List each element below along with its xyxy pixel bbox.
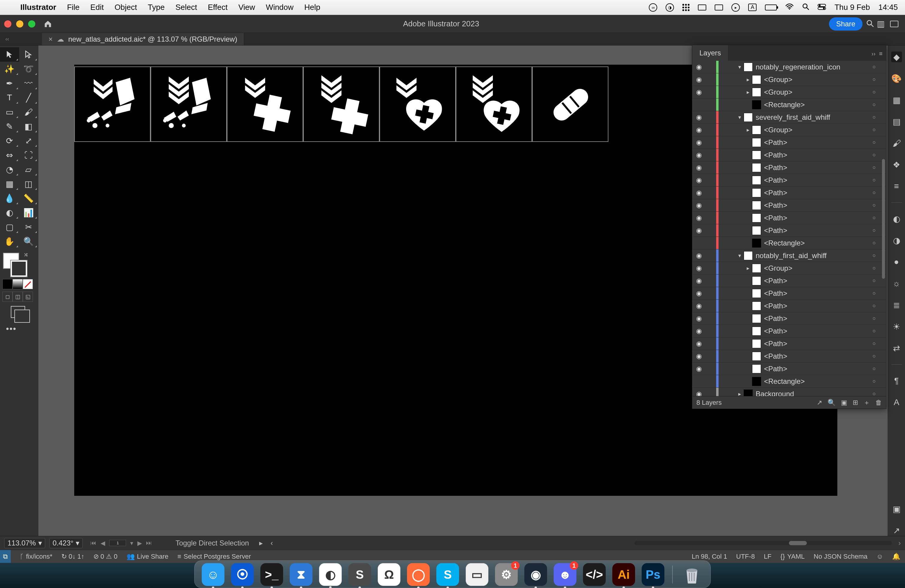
target-icon[interactable]: ○: [868, 328, 880, 334]
layer-name[interactable]: <Group>: [764, 75, 868, 84]
layer-thumbnail[interactable]: [752, 126, 761, 134]
target-icon[interactable]: ○: [868, 240, 880, 246]
dock-app-chrome[interactable]: ◐: [319, 563, 342, 586]
layer-thumbnail[interactable]: [752, 226, 761, 235]
layer-clip-icon[interactable]: ▣: [841, 399, 847, 407]
visibility-toggle-icon[interactable]: ◉: [692, 214, 705, 222]
menu-type[interactable]: Type: [148, 3, 165, 12]
layer-row[interactable]: ◉<Path>○: [692, 350, 886, 362]
visibility-toggle-icon[interactable]: ◉: [692, 277, 705, 285]
chevron-down-icon[interactable]: ▾: [129, 539, 134, 547]
scroll-right-icon[interactable]: ›: [899, 539, 901, 547]
zoom-level[interactable]: 113.07%▾: [4, 538, 45, 548]
layer-name[interactable]: severely_first_aid_whiff: [756, 113, 868, 122]
menubar-app-name[interactable]: Illustrator: [21, 3, 56, 12]
home-icon[interactable]: [43, 19, 53, 29]
layer-thumbnail[interactable]: [752, 352, 761, 361]
visibility-toggle-icon[interactable]: ◉: [692, 202, 705, 209]
layer-name[interactable]: <Path>: [764, 164, 868, 172]
paragraph-panel-icon[interactable]: ¶: [891, 375, 902, 386]
visibility-toggle-icon[interactable]: ◉: [692, 340, 705, 348]
brushes-panel-icon[interactable]: 🖌: [891, 138, 902, 148]
display-icon[interactable]: [698, 5, 706, 11]
color-none[interactable]: [23, 279, 33, 289]
color-solid[interactable]: [2, 279, 13, 289]
dock-app-illustrator[interactable]: Ai: [612, 563, 635, 586]
pen-tool[interactable]: ✒: [0, 76, 19, 91]
visibility-toggle-icon[interactable]: ◉: [692, 113, 705, 121]
tab-strip-handle[interactable]: ‹‹: [2, 33, 12, 45]
layer-thumbnail[interactable]: [752, 151, 761, 160]
stroke-panel-icon[interactable]: ≡: [891, 181, 902, 192]
target-icon[interactable]: ○: [868, 353, 880, 359]
feedback-icon[interactable]: ☺: [876, 553, 883, 561]
layer-thumbnail[interactable]: [752, 88, 761, 97]
artboard-tool[interactable]: ▢: [0, 220, 19, 234]
layers-panel[interactable]: Layers ››≡ ◉▾notably_regeneration_icon○◉…: [692, 45, 886, 409]
dock-app-mongodb[interactable]: Ω: [378, 563, 400, 586]
layers-scrollbar-thumb[interactable]: [882, 159, 885, 279]
target-icon[interactable]: ○: [868, 278, 880, 284]
layer-new-icon[interactable]: ＋: [864, 398, 870, 407]
menu-view[interactable]: View: [238, 3, 255, 12]
layer-row[interactable]: ◉▸<Group>○: [692, 124, 886, 136]
layer-name[interactable]: <Group>: [764, 264, 868, 272]
rotate-tool[interactable]: ⟳: [0, 133, 19, 148]
layer-name[interactable]: <Rectangle>: [764, 100, 868, 109]
layer-name[interactable]: <Group>: [764, 88, 868, 96]
bento-icon[interactable]: [682, 4, 689, 11]
draw-inside[interactable]: ◱: [23, 292, 33, 302]
nav-prev-icon[interactable]: ◀: [99, 539, 106, 547]
artwork-cell-1[interactable]: [74, 67, 151, 142]
remote-indicator[interactable]: ⧉: [0, 550, 11, 563]
layer-thumbnail[interactable]: [752, 238, 761, 248]
visibility-toggle-icon[interactable]: ◉: [692, 126, 705, 134]
layer-name[interactable]: <Path>: [764, 352, 868, 361]
status-circle-icon[interactable]: ◑: [665, 3, 674, 12]
dock-app-sublime[interactable]: S: [348, 563, 371, 586]
layer-thumbnail[interactable]: [752, 213, 761, 222]
search-icon[interactable]: [802, 3, 809, 12]
artwork-cell-2[interactable]: [151, 67, 227, 142]
layer-name[interactable]: <Path>: [764, 365, 868, 373]
cursor-position[interactable]: Ln 98, Col 1: [692, 553, 727, 561]
menubar-date[interactable]: Thu 9 Feb: [834, 3, 870, 12]
color-gradient[interactable]: [13, 279, 23, 289]
layer-thumbnail[interactable]: [752, 377, 761, 386]
visibility-toggle-icon[interactable]: ◉: [692, 227, 705, 234]
graphic-styles-icon[interactable]: ☼: [891, 278, 902, 289]
target-icon[interactable]: ○: [868, 378, 880, 385]
layers-panel-icon[interactable]: ≣: [891, 300, 902, 310]
search-document-icon[interactable]: [866, 19, 874, 29]
visibility-toggle-icon[interactable]: ◉: [692, 76, 705, 84]
layer-row[interactable]: <Rectangle>○: [692, 99, 886, 111]
layer-thumbnail[interactable]: [752, 75, 761, 84]
color-guide-icon[interactable]: ▦: [891, 95, 902, 105]
layer-thumbnail[interactable]: [744, 63, 753, 72]
target-icon[interactable]: ○: [868, 152, 880, 158]
visibility-toggle-icon[interactable]: ◉: [692, 88, 705, 96]
dock-app-terminal[interactable]: >_: [260, 563, 283, 586]
dock-app-photoshop[interactable]: Ps: [641, 563, 664, 586]
battery-icon[interactable]: [765, 5, 777, 11]
dock-app-sourcetree[interactable]: ⦿: [231, 563, 254, 586]
target-icon[interactable]: ○: [868, 114, 880, 120]
disclosure-triangle-icon[interactable]: ▸: [744, 127, 752, 133]
visibility-toggle-icon[interactable]: ◉: [692, 164, 705, 172]
layer-name[interactable]: <Path>: [764, 201, 868, 210]
dock-app-skype[interactable]: S: [437, 563, 459, 586]
play-icon[interactable]: ▸: [732, 3, 740, 12]
layer-name[interactable]: <Path>: [764, 277, 868, 285]
paintbrush-tool[interactable]: 🖌: [19, 105, 38, 119]
line-tool[interactable]: ╱: [19, 91, 38, 105]
nav-last-icon[interactable]: ⏭: [145, 539, 153, 547]
target-icon[interactable]: ○: [868, 102, 880, 108]
problems-counter[interactable]: ⊘ 0 ⚠ 0: [94, 553, 117, 561]
status-play-icon[interactable]: ▸: [259, 539, 263, 547]
layer-thumbnail[interactable]: [752, 339, 761, 348]
target-icon[interactable]: ○: [868, 76, 880, 83]
target-icon[interactable]: ○: [868, 164, 880, 171]
layer-row[interactable]: ◉<Path>○: [692, 136, 886, 149]
artwork-cell-6[interactable]: [456, 67, 532, 142]
magic-wand-tool[interactable]: ✨: [0, 62, 19, 76]
